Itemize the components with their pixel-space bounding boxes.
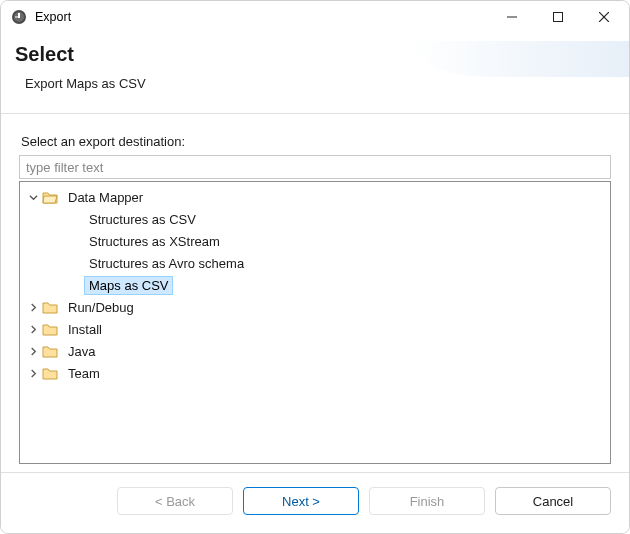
main-content: Select an export destination: Data Mappe… — [1, 114, 629, 472]
tree-node-run-debug[interactable]: Run/Debug — [24, 296, 602, 318]
tree-node-team[interactable]: Team — [24, 362, 602, 384]
tree-node-java[interactable]: Java — [24, 340, 602, 362]
chevron-right-icon[interactable] — [26, 344, 40, 358]
header-decoration — [409, 41, 629, 77]
export-tree: Data Mapper Structures as CSV Structures… — [19, 181, 611, 464]
app-icon — [11, 9, 27, 25]
folder-icon — [42, 344, 58, 359]
close-button[interactable] — [581, 2, 627, 32]
tree-node-label: Structures as XStream — [84, 232, 225, 251]
chevron-right-icon[interactable] — [26, 300, 40, 314]
tree-node-label: Maps as CSV — [84, 276, 173, 295]
next-button[interactable]: Next > — [243, 487, 359, 515]
titlebar: Export — [1, 1, 629, 33]
filter-input[interactable] — [19, 155, 611, 179]
tree-node-data-mapper[interactable]: Data Mapper — [24, 186, 602, 208]
export-tree-scroll[interactable]: Data Mapper Structures as CSV Structures… — [20, 182, 610, 463]
minimize-button[interactable] — [489, 2, 535, 32]
wizard-header: Select Export Maps as CSV — [1, 33, 629, 114]
chevron-down-icon[interactable] — [26, 190, 40, 204]
tree-node-label: Structures as Avro schema — [84, 254, 249, 273]
back-button: < Back — [117, 487, 233, 515]
tree-leaf-structures-xstream[interactable]: Structures as XStream — [24, 230, 602, 252]
svg-rect-5 — [554, 13, 563, 22]
tree-leaf-maps-csv[interactable]: Maps as CSV — [24, 274, 602, 296]
tree-node-label: Install — [63, 320, 107, 339]
chevron-right-icon[interactable] — [26, 322, 40, 336]
tree-node-label: Java — [63, 342, 100, 361]
cancel-button[interactable]: Cancel — [495, 487, 611, 515]
wizard-buttons: < Back Next > Finish Cancel — [1, 472, 629, 533]
tree-node-install[interactable]: Install — [24, 318, 602, 340]
chevron-right-icon[interactable] — [26, 366, 40, 380]
tree-node-label: Structures as CSV — [84, 210, 201, 229]
folder-icon — [42, 366, 58, 381]
maximize-button[interactable] — [535, 2, 581, 32]
tree-leaf-structures-avro[interactable]: Structures as Avro schema — [24, 252, 602, 274]
window-title: Export — [35, 10, 71, 24]
svg-rect-3 — [15, 16, 20, 18]
tree-node-label: Team — [63, 364, 105, 383]
destination-prompt: Select an export destination: — [21, 134, 611, 149]
tree-node-label: Run/Debug — [63, 298, 139, 317]
tree-node-label: Data Mapper — [63, 188, 148, 207]
folder-icon — [42, 300, 58, 315]
folder-icon — [42, 322, 58, 337]
page-subtitle: Export Maps as CSV — [25, 76, 609, 91]
folder-open-icon — [42, 190, 58, 205]
finish-button: Finish — [369, 487, 485, 515]
tree-leaf-structures-csv[interactable]: Structures as CSV — [24, 208, 602, 230]
